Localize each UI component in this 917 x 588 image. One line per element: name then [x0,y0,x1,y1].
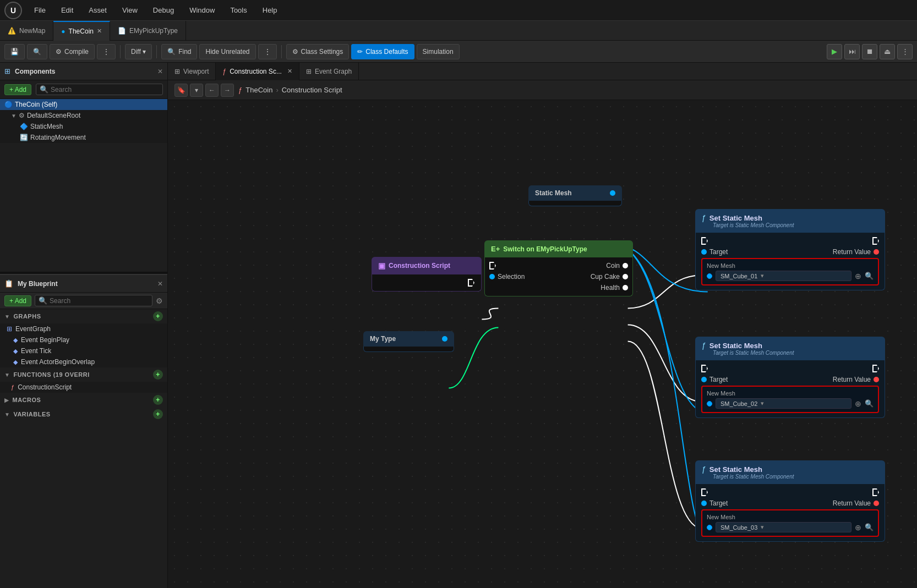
menu-edit[interactable]: Edit [58,4,77,17]
my-type-node[interactable]: My Type [363,331,454,352]
variables-section-header[interactable]: ▼ VARIABLES + [0,407,167,421]
breadcrumb-thecoin[interactable]: TheCoin [245,86,272,94]
construction-script-tab[interactable]: ƒ Construction Sc... ✕ [216,63,299,80]
set-static-mesh-node-2[interactable]: ƒ Set Static Mesh Target is Static Mesh … [695,337,885,418]
save-button[interactable]: 💾 [4,44,25,59]
more-button[interactable]: ⋮ [97,44,116,59]
event-graph-tab[interactable]: ⊞ Event Graph [299,63,359,80]
macros-add-button[interactable]: + [153,395,163,405]
menu-view[interactable]: View [119,4,141,17]
menu-file[interactable]: File [31,4,49,17]
tab-newmap-icon: ⚠️ [8,27,16,35]
menu-debug[interactable]: Debug [150,4,177,17]
stop-button[interactable]: ⏹ [862,44,877,59]
blueprint-title: My Blueprint [18,280,153,288]
set-mesh-1-mesh-select[interactable]: SM_Cube_01 ▾ [716,271,852,281]
class-defaults-button[interactable]: ✏ Class Defaults [351,44,414,59]
blueprint-add-button[interactable]: + Add [4,295,31,306]
breadcrumb-path: ƒ TheCoin › Construction Script [238,86,342,94]
browse-button[interactable]: 🔍 [27,44,47,59]
construction-script-tab-close[interactable]: ✕ [287,68,292,75]
staticmesh-icon: 🔷 [20,123,28,130]
search-icon-2: 🔍 [865,399,874,408]
event-tick-label: Event Tick [21,347,51,355]
eject-button[interactable]: ⏏ [880,44,895,59]
class-settings-button[interactable]: ⚙ Class Settings [286,44,350,59]
bookmark-button[interactable]: 🔖 [174,84,188,97]
tree-item-staticmesh[interactable]: 🔷 StaticMesh [0,121,167,132]
tab-emypickuptype-label: EMyPickUpType [129,27,178,35]
components-add-button[interactable]: + Add [4,84,31,95]
set-mesh-3-subtitle: Target is Static Mesh Component [713,474,878,480]
blueprint-grid-icon: 📋 [4,279,13,288]
health-pin [623,285,628,290]
construction-script-item[interactable]: ƒ ConstructionScript [0,382,167,393]
set-mesh-2-mesh-value: SM_Cube_02 [720,400,757,407]
tree-item-thecoin[interactable]: 🔵 TheCoin (Self) [0,99,167,110]
menu-window[interactable]: Window [186,4,218,17]
event-actoroverlap-item[interactable]: ◆ Event ActorBeginOverlap [0,356,167,367]
toolbar: 💾 🔍 ⚙ Compile ⋮ Diff ▾ 🔍 Find Hide Unrel… [0,41,917,63]
hide-unrelated-button[interactable]: Hide Unrelated [199,44,255,59]
event-tick-item[interactable]: ◆ Event Tick [0,345,167,356]
bp-canvas[interactable]: ▣ Construction Script E+ Switch on EMyPi… [168,100,917,588]
set-mesh-3-return-label: Return Value [833,499,871,507]
set-static-mesh-node-1[interactable]: ƒ Set Static Mesh Target is Static Mesh … [695,209,885,290]
tab-emypickuptype[interactable]: 📄 EMyPickUpType [110,21,186,41]
tree-item-rotatingmovement[interactable]: 🔄 RotatingMovement [0,132,167,143]
functions-add-button[interactable]: + [153,370,163,380]
set-mesh-2-target-in [701,377,707,382]
graphs-add-button[interactable]: + [153,311,163,321]
menu-asset[interactable]: Asset [85,4,110,17]
tab-thecoin[interactable]: ● TheCoin ✕ [53,21,110,41]
menu-tools[interactable]: Tools [227,4,250,17]
blueprint-search[interactable]: 🔍 [35,295,152,306]
event-graph-item[interactable]: ⊞ EventGraph [0,323,167,334]
tab-thecoin-close[interactable]: ✕ [97,28,102,35]
forward-button[interactable]: → [221,84,234,97]
breadcrumb-sep: › [276,86,278,94]
find-button[interactable]: 🔍 Find [161,44,197,59]
functions-section-header[interactable]: ▼ FUNCTIONS (19 OVERRI + [0,367,167,382]
set-mesh-3-exec-in [701,488,708,496]
more2-button[interactable]: ⋮ [258,44,277,59]
menu-help[interactable]: Help [259,4,281,17]
construction-script-node[interactable]: ▣ Construction Script [372,257,482,292]
set-mesh-3-mesh-select[interactable]: SM_Cube_03 ▾ [716,522,852,532]
compile-button[interactable]: ⚙ Compile [50,44,95,59]
tab-thecoin-label: TheCoin [69,28,94,35]
graphs-section-header[interactable]: ▼ GRAPHS + [0,309,167,323]
components-search-input[interactable] [51,86,159,94]
set-static-mesh-node-3[interactable]: ƒ Set Static Mesh Target is Static Mesh … [695,460,885,542]
breadcrumb-construction-script: Construction Script [282,86,342,94]
diff-button[interactable]: Diff ▾ [125,44,152,59]
set-mesh-2-mesh-select[interactable]: SM_Cube_02 ▾ [716,398,852,409]
components-close[interactable]: ✕ [157,68,163,75]
chevron-down-icon-3: ▾ [761,524,764,531]
more-play-button[interactable]: ⋮ [897,44,913,59]
defaultsceneroot-label: DefaultSceneRoot [27,112,80,119]
set-mesh-3-new-mesh-box: New Mesh SM_Cube_03 ▾ ⊕ 🔍 [701,509,879,537]
tree-item-defaultsceneroot[interactable]: ▼ ⚙ DefaultSceneRoot [0,110,167,121]
static-mesh-node[interactable]: Static Mesh [528,185,622,206]
switch-node[interactable]: E+ Switch on EMyPickUpType Coin [484,240,633,296]
diamond-icon-1: ◆ [13,337,18,344]
variables-add-button[interactable]: + [153,409,163,419]
components-search[interactable]: 🔍 [36,84,163,95]
set-mesh-2-new-mesh-label: New Mesh [707,390,874,397]
diamond-icon-2: ◆ [13,348,18,355]
macros-section-header[interactable]: ▶ MACROS + [0,393,167,407]
play-button[interactable]: ▶ [827,44,842,59]
step-button[interactable]: ⏭ [844,44,860,59]
blueprint-search-input[interactable] [50,297,149,305]
tab-newmap[interactable]: ⚠️ NewMap [0,21,53,41]
blueprint-close[interactable]: ✕ [157,280,163,288]
back-button[interactable]: ← [205,84,219,97]
event-beginplay-item[interactable]: ◆ Event BeginPlay [0,334,167,345]
bp-search-icon: 🔍 [39,296,47,305]
viewport-tab[interactable]: ⊞ Viewport [168,63,216,80]
menu-bar: U File Edit Asset View Debug Window Tool… [0,0,917,21]
nav-dropdown[interactable]: ▾ [190,84,203,97]
simulation-button[interactable]: Simulation [417,44,460,59]
blueprint-settings-button[interactable]: ⚙ [156,296,163,305]
